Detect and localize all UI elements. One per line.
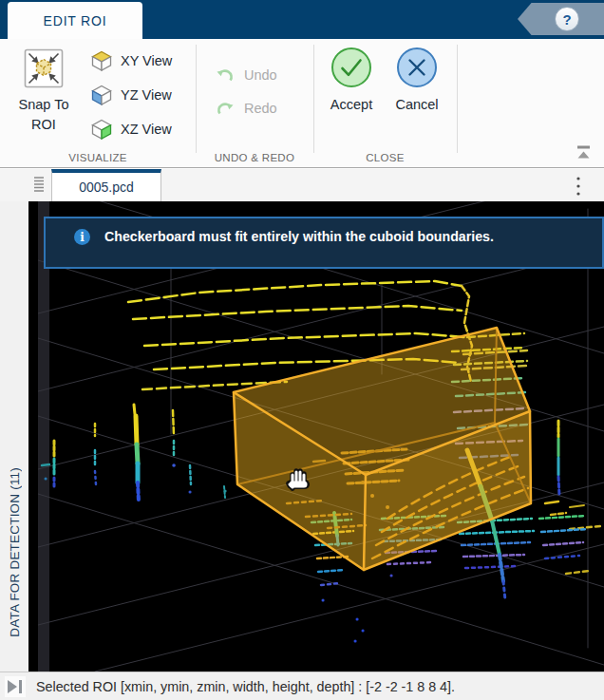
- accept-label: Accept: [330, 95, 372, 115]
- status-bar: Selected ROI [xmin, ymin, zmin, width, h…: [0, 672, 604, 700]
- app-window: EDIT ROI ?: [0, 0, 604, 700]
- yz-view-cube-icon: [90, 85, 113, 105]
- accept-check-icon: [330, 47, 372, 88]
- accept-button[interactable]: Accept: [324, 47, 379, 115]
- redo-label: Redo: [244, 101, 277, 116]
- cancel-x-icon: [396, 47, 438, 88]
- info-icon: i: [74, 229, 90, 245]
- xy-view-cube-icon: [90, 50, 113, 71]
- question-mark-icon: ?: [562, 11, 571, 28]
- xy-view-button[interactable]: XY View: [90, 46, 172, 76]
- ribbon: Snap To ROI XY View YZ View: [0, 39, 604, 168]
- section-divider: [457, 45, 458, 153]
- sidebar-tab-data-for-detection[interactable]: DATA FOR DETECTION (11): [0, 201, 28, 672]
- yz-view-button[interactable]: YZ View: [90, 80, 172, 110]
- redo-icon: [215, 100, 236, 117]
- undo-icon: [215, 66, 236, 84]
- expand-panel-button[interactable]: [5, 676, 26, 697]
- selected-roi-status: Selected ROI [xmin, ymin, zmin, width, h…: [36, 679, 455, 694]
- document-actions-menu-button[interactable]: [572, 175, 585, 198]
- xz-view-cube-icon: [90, 119, 113, 140]
- help-chevron-background: ?: [518, 3, 604, 35]
- yz-view-label: YZ View: [121, 87, 172, 103]
- undo-redo-section-label: UNDO & REDO: [196, 152, 313, 163]
- xz-view-button[interactable]: XZ View: [90, 114, 172, 144]
- cancel-button[interactable]: Cancel: [388, 47, 445, 115]
- snap-to-roi-label-2: ROI: [31, 115, 56, 135]
- snap-to-roi-button[interactable]: Snap To ROI: [6, 47, 82, 135]
- help-button[interactable]: ?: [555, 7, 579, 31]
- section-divider: [196, 45, 197, 153]
- collapse-ribbon-button[interactable]: [575, 144, 594, 160]
- tab-list-icon: [31, 176, 47, 193]
- collapse-ribbon-icon: [575, 144, 594, 160]
- cancel-label: Cancel: [395, 95, 438, 115]
- tab-list-button[interactable]: [31, 176, 48, 195]
- document-tab-bar: 0005.pcd: [0, 169, 604, 201]
- toolstrip-header: EDIT ROI ?: [0, 0, 604, 39]
- xz-view-label: XZ View: [121, 122, 172, 137]
- xy-view-label: XY View: [121, 53, 172, 68]
- close-section-label: CLOSE: [313, 152, 457, 163]
- sidebar-tab-label: DATA FOR DETECTION (11): [8, 467, 22, 637]
- doc-tab-0005pcd[interactable]: 0005.pcd: [51, 169, 161, 201]
- undo-label: Undo: [244, 67, 277, 83]
- redo-button[interactable]: Redo: [215, 96, 277, 121]
- pointcloud-svg[interactable]: [38, 201, 604, 672]
- tab-edit-roi-label: EDIT ROI: [44, 13, 107, 28]
- snap-to-roi-icon: [23, 47, 65, 89]
- doc-tab-label: 0005.pcd: [79, 180, 134, 195]
- kebab-menu-icon: [576, 175, 581, 198]
- undo-button[interactable]: Undo: [215, 63, 277, 87]
- visualize-section-label: VISUALIZE: [0, 152, 196, 163]
- info-banner: i Checkerboard must fit entirely within …: [44, 217, 604, 269]
- expand-panel-icon: [5, 676, 26, 697]
- info-banner-text: Checkerboard must fit entirely within th…: [104, 229, 494, 245]
- section-divider: [313, 45, 314, 153]
- snap-to-roi-label-1: Snap To: [19, 95, 69, 115]
- tab-edit-roi[interactable]: EDIT ROI: [8, 2, 142, 39]
